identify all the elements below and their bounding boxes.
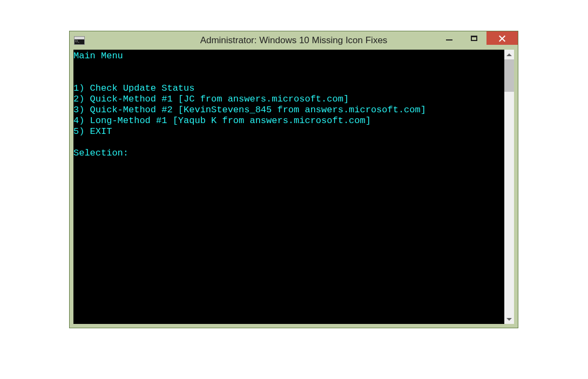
close-icon	[498, 35, 506, 42]
menu-item: 5) EXIT	[73, 126, 112, 137]
titlebar[interactable]: C:\_ Administrator: Windows 10 Missing I…	[70, 31, 518, 50]
minimize-button[interactable]	[437, 31, 462, 45]
vertical-scrollbar[interactable]	[504, 50, 514, 324]
menu-item: 4) Long-Method #1 [Yaqub K from answers.…	[73, 116, 371, 126]
window-controls	[437, 31, 518, 45]
menu-item: 1) Check Update Status	[73, 83, 194, 93]
terminal-output[interactable]: Main Menu 1) Check Update Status 2) Quic…	[73, 50, 504, 324]
scroll-up-button[interactable]	[504, 50, 514, 59]
scroll-track[interactable]	[504, 59, 514, 314]
maximize-icon	[471, 36, 477, 41]
scroll-down-button[interactable]	[504, 314, 514, 324]
menu-item: 2) Quick-Method #1 [JC from answers.micr…	[73, 94, 349, 104]
scroll-thumb[interactable]	[504, 59, 514, 92]
maximize-button[interactable]	[462, 31, 486, 45]
cmd-icon: C:\_	[74, 36, 85, 45]
minimize-icon	[446, 39, 452, 40]
selection-prompt: Selection:	[73, 148, 129, 158]
client-area: Main Menu 1) Check Update Status 2) Quic…	[73, 50, 514, 324]
menu-item: 3) Quick-Method #2 [KevinStevens_845 fro…	[73, 105, 426, 115]
chevron-up-icon	[506, 53, 512, 56]
command-prompt-window: C:\_ Administrator: Windows 10 Missing I…	[69, 31, 518, 328]
close-button[interactable]	[486, 31, 518, 45]
chevron-down-icon	[506, 318, 512, 321]
menu-header: Main Menu	[73, 51, 123, 61]
